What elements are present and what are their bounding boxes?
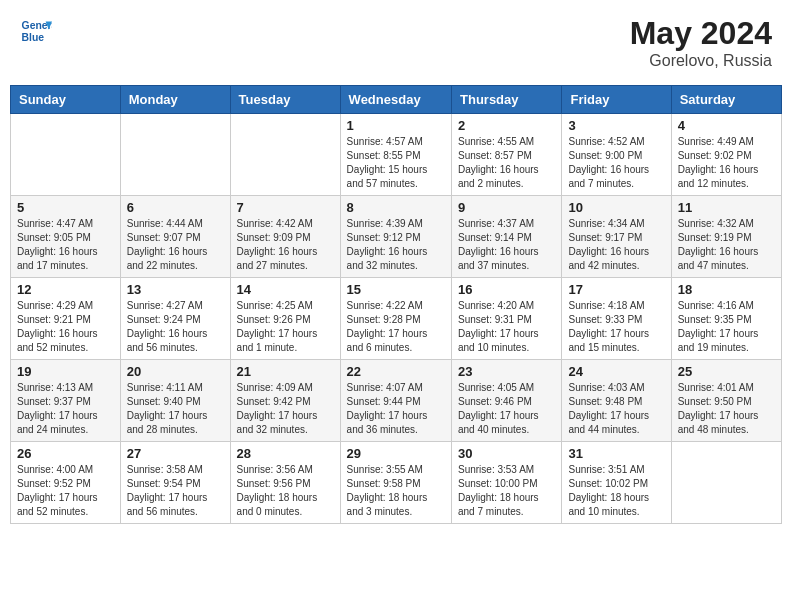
calendar-week-row: 26Sunrise: 4:00 AM Sunset: 9:52 PM Dayli… bbox=[11, 442, 782, 524]
day-number: 24 bbox=[568, 364, 664, 379]
day-number: 10 bbox=[568, 200, 664, 215]
calendar-day-cell: 17Sunrise: 4:18 AM Sunset: 9:33 PM Dayli… bbox=[562, 278, 671, 360]
day-info: Sunrise: 4:09 AM Sunset: 9:42 PM Dayligh… bbox=[237, 381, 334, 437]
day-info: Sunrise: 4:13 AM Sunset: 9:37 PM Dayligh… bbox=[17, 381, 114, 437]
day-info: Sunrise: 4:05 AM Sunset: 9:46 PM Dayligh… bbox=[458, 381, 555, 437]
page-header: General Blue May 2024 Gorelovo, Russia bbox=[10, 10, 782, 75]
day-number: 18 bbox=[678, 282, 775, 297]
calendar-day-cell: 19Sunrise: 4:13 AM Sunset: 9:37 PM Dayli… bbox=[11, 360, 121, 442]
day-number: 1 bbox=[347, 118, 445, 133]
day-number: 16 bbox=[458, 282, 555, 297]
calendar-day-cell: 16Sunrise: 4:20 AM Sunset: 9:31 PM Dayli… bbox=[452, 278, 562, 360]
day-number: 14 bbox=[237, 282, 334, 297]
day-info: Sunrise: 3:58 AM Sunset: 9:54 PM Dayligh… bbox=[127, 463, 224, 519]
calendar-day-cell: 25Sunrise: 4:01 AM Sunset: 9:50 PM Dayli… bbox=[671, 360, 781, 442]
day-info: Sunrise: 4:55 AM Sunset: 8:57 PM Dayligh… bbox=[458, 135, 555, 191]
day-number: 28 bbox=[237, 446, 334, 461]
day-of-week-header: Sunday bbox=[11, 86, 121, 114]
day-of-week-header: Tuesday bbox=[230, 86, 340, 114]
day-info: Sunrise: 4:27 AM Sunset: 9:24 PM Dayligh… bbox=[127, 299, 224, 355]
calendar-day-cell: 2Sunrise: 4:55 AM Sunset: 8:57 PM Daylig… bbox=[452, 114, 562, 196]
day-number: 12 bbox=[17, 282, 114, 297]
day-info: Sunrise: 4:42 AM Sunset: 9:09 PM Dayligh… bbox=[237, 217, 334, 273]
day-of-week-header: Saturday bbox=[671, 86, 781, 114]
day-number: 6 bbox=[127, 200, 224, 215]
day-info: Sunrise: 3:51 AM Sunset: 10:02 PM Daylig… bbox=[568, 463, 664, 519]
day-number: 22 bbox=[347, 364, 445, 379]
day-of-week-header: Thursday bbox=[452, 86, 562, 114]
day-info: Sunrise: 4:39 AM Sunset: 9:12 PM Dayligh… bbox=[347, 217, 445, 273]
day-info: Sunrise: 4:29 AM Sunset: 9:21 PM Dayligh… bbox=[17, 299, 114, 355]
day-info: Sunrise: 4:25 AM Sunset: 9:26 PM Dayligh… bbox=[237, 299, 334, 355]
calendar-day-cell: 5Sunrise: 4:47 AM Sunset: 9:05 PM Daylig… bbox=[11, 196, 121, 278]
logo-icon: General Blue bbox=[20, 15, 52, 47]
day-number: 25 bbox=[678, 364, 775, 379]
calendar-day-cell: 31Sunrise: 3:51 AM Sunset: 10:02 PM Dayl… bbox=[562, 442, 671, 524]
day-info: Sunrise: 4:16 AM Sunset: 9:35 PM Dayligh… bbox=[678, 299, 775, 355]
calendar-day-cell: 1Sunrise: 4:57 AM Sunset: 8:55 PM Daylig… bbox=[340, 114, 451, 196]
day-number: 3 bbox=[568, 118, 664, 133]
day-number: 23 bbox=[458, 364, 555, 379]
calendar-day-cell: 20Sunrise: 4:11 AM Sunset: 9:40 PM Dayli… bbox=[120, 360, 230, 442]
day-info: Sunrise: 4:52 AM Sunset: 9:00 PM Dayligh… bbox=[568, 135, 664, 191]
calendar-day-cell: 18Sunrise: 4:16 AM Sunset: 9:35 PM Dayli… bbox=[671, 278, 781, 360]
day-info: Sunrise: 3:55 AM Sunset: 9:58 PM Dayligh… bbox=[347, 463, 445, 519]
day-info: Sunrise: 4:03 AM Sunset: 9:48 PM Dayligh… bbox=[568, 381, 664, 437]
calendar-day-cell: 15Sunrise: 4:22 AM Sunset: 9:28 PM Dayli… bbox=[340, 278, 451, 360]
location-subtitle: Gorelovo, Russia bbox=[630, 52, 772, 70]
day-info: Sunrise: 4:34 AM Sunset: 9:17 PM Dayligh… bbox=[568, 217, 664, 273]
day-number: 2 bbox=[458, 118, 555, 133]
day-number: 4 bbox=[678, 118, 775, 133]
calendar-day-cell: 3Sunrise: 4:52 AM Sunset: 9:00 PM Daylig… bbox=[562, 114, 671, 196]
day-info: Sunrise: 4:18 AM Sunset: 9:33 PM Dayligh… bbox=[568, 299, 664, 355]
day-number: 17 bbox=[568, 282, 664, 297]
day-number: 20 bbox=[127, 364, 224, 379]
calendar-day-cell: 11Sunrise: 4:32 AM Sunset: 9:19 PM Dayli… bbox=[671, 196, 781, 278]
day-number: 5 bbox=[17, 200, 114, 215]
calendar-day-cell bbox=[230, 114, 340, 196]
calendar-table: SundayMondayTuesdayWednesdayThursdayFrid… bbox=[10, 85, 782, 524]
day-info: Sunrise: 4:47 AM Sunset: 9:05 PM Dayligh… bbox=[17, 217, 114, 273]
day-info: Sunrise: 4:49 AM Sunset: 9:02 PM Dayligh… bbox=[678, 135, 775, 191]
day-number: 11 bbox=[678, 200, 775, 215]
day-info: Sunrise: 4:07 AM Sunset: 9:44 PM Dayligh… bbox=[347, 381, 445, 437]
day-info: Sunrise: 4:37 AM Sunset: 9:14 PM Dayligh… bbox=[458, 217, 555, 273]
logo: General Blue bbox=[20, 15, 52, 47]
calendar-week-row: 1Sunrise: 4:57 AM Sunset: 8:55 PM Daylig… bbox=[11, 114, 782, 196]
calendar-day-cell: 7Sunrise: 4:42 AM Sunset: 9:09 PM Daylig… bbox=[230, 196, 340, 278]
day-of-week-header: Wednesday bbox=[340, 86, 451, 114]
day-info: Sunrise: 4:57 AM Sunset: 8:55 PM Dayligh… bbox=[347, 135, 445, 191]
day-info: Sunrise: 4:00 AM Sunset: 9:52 PM Dayligh… bbox=[17, 463, 114, 519]
day-info: Sunrise: 4:22 AM Sunset: 9:28 PM Dayligh… bbox=[347, 299, 445, 355]
calendar-week-row: 5Sunrise: 4:47 AM Sunset: 9:05 PM Daylig… bbox=[11, 196, 782, 278]
calendar-day-cell: 12Sunrise: 4:29 AM Sunset: 9:21 PM Dayli… bbox=[11, 278, 121, 360]
day-number: 7 bbox=[237, 200, 334, 215]
calendar-day-cell: 21Sunrise: 4:09 AM Sunset: 9:42 PM Dayli… bbox=[230, 360, 340, 442]
calendar-day-cell: 13Sunrise: 4:27 AM Sunset: 9:24 PM Dayli… bbox=[120, 278, 230, 360]
day-of-week-header: Friday bbox=[562, 86, 671, 114]
calendar-day-cell: 23Sunrise: 4:05 AM Sunset: 9:46 PM Dayli… bbox=[452, 360, 562, 442]
calendar-day-cell: 22Sunrise: 4:07 AM Sunset: 9:44 PM Dayli… bbox=[340, 360, 451, 442]
day-info: Sunrise: 3:53 AM Sunset: 10:00 PM Daylig… bbox=[458, 463, 555, 519]
day-number: 31 bbox=[568, 446, 664, 461]
day-number: 13 bbox=[127, 282, 224, 297]
calendar-day-cell: 9Sunrise: 4:37 AM Sunset: 9:14 PM Daylig… bbox=[452, 196, 562, 278]
calendar-day-cell: 28Sunrise: 3:56 AM Sunset: 9:56 PM Dayli… bbox=[230, 442, 340, 524]
day-info: Sunrise: 3:56 AM Sunset: 9:56 PM Dayligh… bbox=[237, 463, 334, 519]
calendar-day-cell: 10Sunrise: 4:34 AM Sunset: 9:17 PM Dayli… bbox=[562, 196, 671, 278]
day-number: 26 bbox=[17, 446, 114, 461]
day-info: Sunrise: 4:32 AM Sunset: 9:19 PM Dayligh… bbox=[678, 217, 775, 273]
day-number: 15 bbox=[347, 282, 445, 297]
calendar-week-row: 19Sunrise: 4:13 AM Sunset: 9:37 PM Dayli… bbox=[11, 360, 782, 442]
calendar-day-cell bbox=[120, 114, 230, 196]
calendar-day-cell bbox=[671, 442, 781, 524]
calendar-day-cell bbox=[11, 114, 121, 196]
day-info: Sunrise: 4:01 AM Sunset: 9:50 PM Dayligh… bbox=[678, 381, 775, 437]
calendar-day-cell: 6Sunrise: 4:44 AM Sunset: 9:07 PM Daylig… bbox=[120, 196, 230, 278]
title-area: May 2024 Gorelovo, Russia bbox=[630, 15, 772, 70]
day-info: Sunrise: 4:44 AM Sunset: 9:07 PM Dayligh… bbox=[127, 217, 224, 273]
calendar-day-cell: 14Sunrise: 4:25 AM Sunset: 9:26 PM Dayli… bbox=[230, 278, 340, 360]
calendar-day-cell: 4Sunrise: 4:49 AM Sunset: 9:02 PM Daylig… bbox=[671, 114, 781, 196]
day-number: 19 bbox=[17, 364, 114, 379]
calendar-day-cell: 8Sunrise: 4:39 AM Sunset: 9:12 PM Daylig… bbox=[340, 196, 451, 278]
